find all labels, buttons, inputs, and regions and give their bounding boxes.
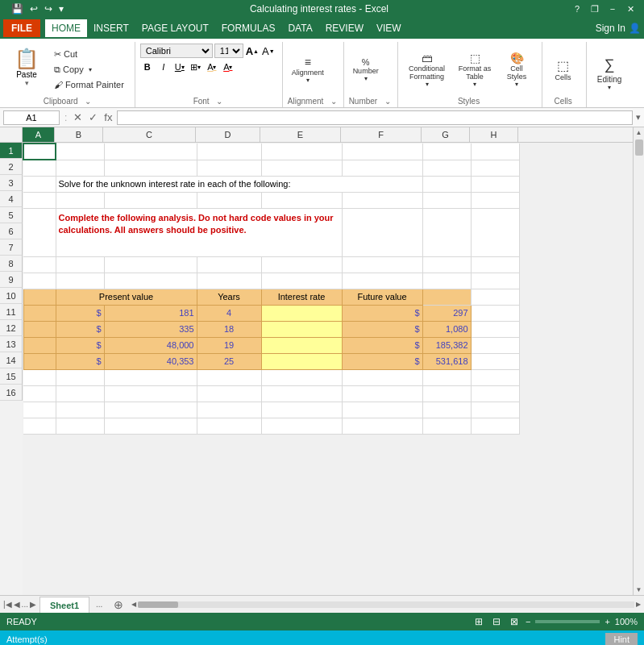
cell-a9[interactable] (23, 305, 56, 321)
cell-a14[interactable] (23, 385, 56, 402)
paste-button[interactable]: 📋 Paste ▾ (6, 47, 47, 92)
cell-c12[interactable]: 40,353 (104, 353, 197, 369)
cell-styles-dropdown[interactable]: ▾ (515, 81, 518, 88)
row-num-1[interactable]: 1 (0, 143, 23, 159)
cell-g13[interactable] (422, 369, 471, 385)
cell-b7[interactable] (56, 273, 104, 289)
cell-e7[interactable] (261, 273, 342, 289)
view-tab[interactable]: VIEW (370, 19, 408, 37)
cell-e8[interactable]: Interest rate (261, 289, 342, 305)
h-scroll-track[interactable] (138, 601, 634, 608)
cell-c14[interactable] (104, 385, 197, 402)
cell-f4[interactable] (342, 192, 422, 208)
borders-button[interactable]: ⊞ ▾ (189, 60, 203, 74)
cell-g14[interactable] (422, 385, 471, 402)
cell-d9[interactable]: 4 (197, 305, 261, 321)
scroll-down-button[interactable]: ▼ (634, 585, 644, 595)
cell-c6[interactable] (104, 256, 197, 273)
row-num-14[interactable]: 14 (0, 352, 23, 368)
data-tab[interactable]: DATA (281, 19, 318, 37)
font-family-select[interactable]: Calibri (140, 44, 213, 58)
restore-button[interactable]: ❐ (588, 4, 602, 15)
cells-button[interactable]: ⬚ Cells (547, 47, 580, 92)
cell-c2[interactable] (104, 160, 197, 176)
conditional-formatting-button[interactable]: 🗃 ConditionalFormatting ▾ (403, 47, 451, 92)
close-button[interactable]: ✕ (623, 4, 638, 15)
cell-b12-dollar[interactable]: $ (56, 353, 104, 369)
paste-dropdown[interactable]: ▾ (25, 79, 29, 87)
cell-b4[interactable] (56, 192, 104, 208)
quick-access-dropdown[interactable]: ▾ (57, 2, 65, 15)
cell-f15[interactable] (342, 402, 422, 418)
col-header-e[interactable]: E (260, 127, 341, 142)
cell-h2[interactable] (471, 160, 519, 176)
cell-h8[interactable] (471, 289, 519, 305)
cell-h5[interactable] (471, 208, 519, 256)
cell-d12[interactable]: 25 (197, 353, 261, 369)
cell-h13[interactable] (471, 369, 519, 385)
cell-b9-dollar[interactable]: $ (56, 305, 104, 321)
increase-font-size-button[interactable]: A▲ (245, 44, 260, 58)
cell-d13[interactable] (197, 369, 261, 385)
row-num-7[interactable]: 7 (0, 239, 23, 256)
cell-h4[interactable] (471, 192, 519, 208)
cell-c11[interactable]: 48,000 (104, 337, 197, 353)
alignment-dropdown[interactable]: ▾ (306, 77, 310, 84)
cell-f6[interactable] (342, 256, 422, 273)
zoom-minus-button[interactable]: − (526, 617, 530, 626)
cell-e1[interactable] (261, 144, 342, 160)
cell-h10[interactable] (471, 321, 519, 337)
cell-a6[interactable] (23, 256, 56, 273)
cell-b2[interactable] (56, 160, 104, 176)
cell-d7[interactable] (197, 273, 261, 289)
cell-f2[interactable] (342, 160, 422, 176)
cell-g9[interactable]: 297 (422, 305, 471, 321)
cell-g16[interactable] (422, 418, 471, 434)
zoom-plus-button[interactable]: + (605, 617, 609, 626)
cell-g5[interactable] (422, 208, 471, 256)
cell-h3[interactable] (471, 176, 519, 192)
cell-g11[interactable]: 185,382 (422, 337, 471, 353)
cell-f7[interactable] (342, 273, 422, 289)
col-header-a[interactable]: A (23, 127, 55, 142)
cell-g10[interactable]: 1,080 (422, 321, 471, 337)
copy-button[interactable]: ⧉ Copy ▾ (50, 62, 128, 77)
cell-h1[interactable] (471, 144, 519, 160)
cell-e11[interactable] (261, 337, 342, 353)
cell-a16[interactable] (23, 418, 56, 434)
review-tab[interactable]: REVIEW (319, 19, 370, 37)
cell-h11[interactable] (471, 337, 519, 353)
cell-f8[interactable]: Future value (342, 289, 422, 305)
cell-c16[interactable] (104, 418, 197, 434)
cell-f9-dollar[interactable]: $ (342, 305, 422, 321)
cell-c10[interactable]: 335 (104, 321, 197, 337)
cell-h6[interactable] (471, 256, 519, 273)
formula-expand-button[interactable]: ▾ (636, 112, 641, 123)
vertical-scrollbar[interactable]: ▲ ▼ (633, 127, 644, 595)
cell-a2[interactable] (23, 160, 56, 176)
cell-c13[interactable] (104, 369, 197, 385)
save-button[interactable]: 💾 (10, 2, 25, 15)
first-sheet-button[interactable]: |◀ (3, 600, 12, 609)
row-num-9[interactable]: 9 (0, 272, 23, 288)
formulas-tab[interactable]: FORMULAS (215, 19, 282, 37)
cell-a10[interactable] (23, 321, 56, 337)
cell-b15[interactable] (56, 402, 104, 418)
alignment-button[interactable]: ≡ Alignment ▾ (288, 47, 328, 92)
cell-h15[interactable] (471, 402, 519, 418)
number-dropdown[interactable]: ▾ (364, 75, 368, 82)
page-break-view-button[interactable]: ⊠ (508, 615, 521, 628)
font-color-button[interactable]: A ▾ (221, 60, 235, 74)
italic-button[interactable]: I (156, 60, 171, 74)
cell-b14[interactable] (56, 385, 104, 402)
cell-f10-dollar[interactable]: $ (342, 321, 422, 337)
cell-e16[interactable] (261, 418, 342, 434)
col-header-b[interactable]: B (55, 127, 103, 142)
cell-g8[interactable] (422, 289, 471, 305)
more-sheets-button[interactable]: ... (22, 600, 28, 609)
cell-a13[interactable] (23, 369, 56, 385)
scroll-thumb[interactable] (635, 139, 643, 156)
number-button[interactable]: % Number ▾ (349, 47, 383, 92)
cell-d16[interactable] (197, 418, 261, 434)
cell-a1[interactable] (23, 144, 56, 160)
